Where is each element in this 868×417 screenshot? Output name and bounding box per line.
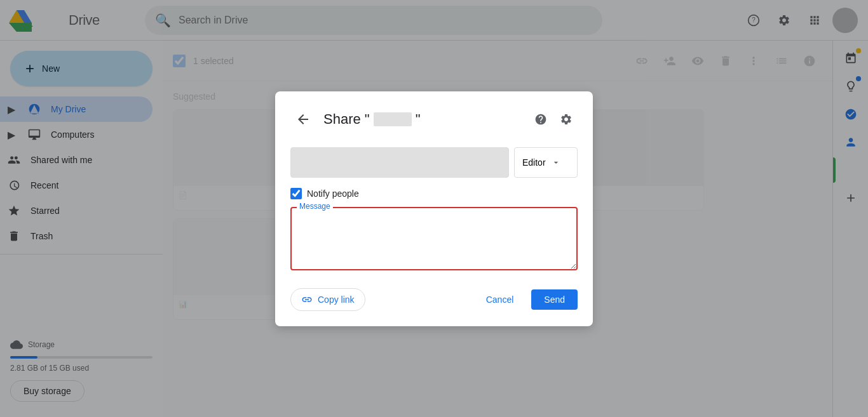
editor-label: Editor	[522, 157, 546, 168]
modal-title-file-placeholder	[374, 112, 412, 126]
chevron-down-icon	[551, 157, 561, 168]
copy-link-label: Copy link	[318, 295, 355, 305]
message-textarea[interactable]	[290, 207, 578, 270]
message-wrapper: Message	[290, 207, 578, 273]
modal-footer: Copy link Cancel Send	[290, 288, 578, 311]
notify-row: Notify people	[290, 188, 578, 199]
modal-title: Share " "	[323, 111, 522, 128]
modal-backdrop[interactable]: Share " " Editor	[0, 0, 868, 417]
editor-dropdown[interactable]: Editor	[514, 147, 578, 178]
notify-checkbox[interactable]	[290, 188, 302, 199]
modal-help-button[interactable]	[529, 108, 552, 131]
cancel-button[interactable]: Cancel	[473, 289, 527, 310]
message-label: Message	[297, 202, 333, 211]
modal-help-icon	[534, 113, 547, 126]
copy-link-button[interactable]: Copy link	[290, 288, 365, 311]
link-copy-icon	[301, 294, 313, 305]
send-button[interactable]: Send	[531, 289, 578, 310]
share-modal: Share " " Editor	[275, 91, 593, 326]
modal-back-button[interactable]	[290, 107, 316, 132]
footer-right: Cancel Send	[473, 289, 578, 310]
modal-header: Share " "	[290, 107, 578, 132]
share-input-row: Editor	[290, 147, 578, 178]
modal-header-icons	[529, 108, 578, 131]
back-arrow-icon	[295, 112, 311, 127]
share-people-input[interactable]	[290, 147, 509, 178]
modal-settings-button[interactable]	[555, 108, 578, 131]
notify-label: Notify people	[307, 189, 359, 199]
modal-settings-icon	[560, 113, 573, 126]
